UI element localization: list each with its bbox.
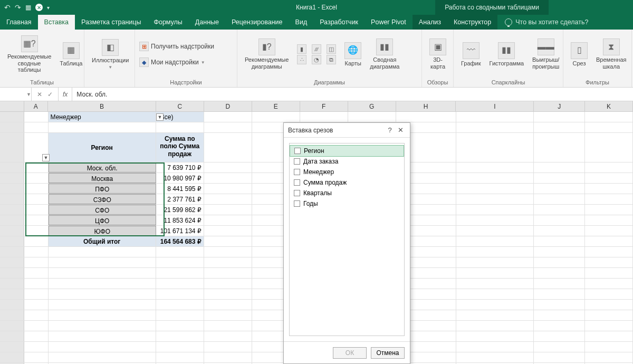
cell[interactable] <box>456 289 534 299</box>
cell[interactable] <box>156 279 204 289</box>
cell[interactable] <box>49 331 156 341</box>
slicer-field-item[interactable]: Сумма продаж <box>290 177 404 188</box>
cell[interactable] <box>456 194 534 204</box>
table-button[interactable]: ▦ Таблица <box>56 41 85 68</box>
cell[interactable]: ЮФО <box>49 226 156 236</box>
slicer-field-item[interactable]: Регион <box>290 145 404 157</box>
cell[interactable] <box>204 215 252 225</box>
cell[interactable] <box>204 194 252 204</box>
cell[interactable] <box>24 268 49 278</box>
cell[interactable]: ПФО <box>49 184 156 194</box>
cancel-icon[interactable]: ✕ <box>37 91 42 98</box>
tab-review[interactable]: Рецензирование <box>225 15 289 30</box>
cell[interactable] <box>204 279 252 289</box>
qat-customize-icon[interactable]: ▾ <box>47 5 50 11</box>
enter-icon[interactable]: ✓ <box>47 91 53 98</box>
cell[interactable] <box>534 268 585 278</box>
cell[interactable] <box>49 342 156 352</box>
cell[interactable] <box>456 205 534 215</box>
cell[interactable] <box>585 247 633 257</box>
cell[interactable] <box>24 226 49 236</box>
undo-icon[interactable]: ↶ <box>4 3 11 12</box>
cell[interactable] <box>534 215 585 225</box>
cell[interactable] <box>24 194 49 204</box>
scatter-chart-icon[interactable]: ∴ <box>297 55 306 64</box>
hierarchy-chart-icon[interactable]: ◫ <box>327 44 336 54</box>
my-addins-button[interactable]: ◆ Мои надстройки ▼ <box>139 56 205 68</box>
formula-input[interactable]: Моск. обл. <box>72 88 633 101</box>
cell[interactable] <box>204 247 252 257</box>
cell[interactable]: Общий итог <box>49 236 156 246</box>
tab-developer[interactable]: Разработчик <box>313 15 365 30</box>
timeline-button[interactable]: ⧗ Временная шкала <box>593 37 629 71</box>
cell[interactable] <box>204 257 252 267</box>
redo-icon[interactable]: ↷ <box>15 3 21 12</box>
cell[interactable] <box>534 184 585 194</box>
cell[interactable] <box>534 352 585 362</box>
cell[interactable]: Сумма по полю Сумма продаж <box>156 133 204 162</box>
line-chart-icon[interactable]: ⫻ <box>312 44 321 54</box>
cell[interactable] <box>456 300 534 310</box>
cell[interactable] <box>585 226 633 236</box>
cell[interactable] <box>24 247 49 257</box>
sparkline-column-button[interactable]: ▮▮ Гистограмма <box>486 41 528 68</box>
cell[interactable]: 101 671 134 ₽ <box>156 226 204 236</box>
cell[interactable] <box>24 257 49 267</box>
cell[interactable]: Москва <box>49 173 156 183</box>
cell[interactable] <box>204 300 252 310</box>
rowlabel-dropdown-icon[interactable]: ▼ <box>42 154 50 161</box>
qat-close-icon[interactable]: ✕ <box>35 4 43 11</box>
cell[interactable] <box>204 289 252 299</box>
cell[interactable] <box>585 122 633 132</box>
cell[interactable]: 21 599 862 ₽ <box>156 205 204 215</box>
cell[interactable]: Моск. обл. <box>49 162 156 173</box>
cell[interactable] <box>204 133 252 162</box>
cell[interactable] <box>534 173 585 183</box>
cell[interactable] <box>585 133 633 162</box>
cell[interactable] <box>534 226 585 236</box>
cell[interactable] <box>24 342 49 352</box>
cell[interactable] <box>49 321 156 331</box>
cell[interactable] <box>49 122 156 132</box>
cell[interactable] <box>24 215 49 225</box>
column-header[interactable]: B <box>48 101 156 111</box>
cell[interactable] <box>585 205 633 215</box>
cell[interactable] <box>456 226 534 236</box>
cell[interactable] <box>585 162 633 173</box>
slicer-field-item[interactable]: Годы <box>290 198 404 209</box>
cell[interactable] <box>156 321 204 331</box>
column-header[interactable]: K <box>585 101 633 111</box>
pie-chart-icon[interactable]: ◔ <box>312 55 321 64</box>
cell[interactable] <box>204 112 252 122</box>
checkbox-icon[interactable] <box>294 179 300 186</box>
cell[interactable] <box>24 279 49 289</box>
cell[interactable] <box>156 257 204 267</box>
cell[interactable] <box>348 112 396 122</box>
checkbox-icon[interactable] <box>294 148 301 154</box>
tab-home[interactable]: Главная <box>0 15 38 30</box>
cell[interactable] <box>456 236 534 246</box>
cell[interactable] <box>204 122 252 132</box>
cell[interactable] <box>534 331 585 341</box>
cell[interactable] <box>534 236 585 246</box>
cell[interactable] <box>24 321 49 331</box>
cell[interactable] <box>156 247 204 257</box>
cell[interactable] <box>534 122 585 132</box>
cell[interactable]: 10 980 997 ₽ <box>156 173 204 183</box>
cell[interactable] <box>24 112 49 122</box>
cell[interactable] <box>534 257 585 267</box>
cell[interactable] <box>456 173 534 183</box>
cell[interactable] <box>204 162 252 173</box>
cell[interactable] <box>456 279 534 289</box>
cell[interactable]: 8 441 595 ₽ <box>156 184 204 194</box>
cell[interactable] <box>156 300 204 310</box>
cell[interactable] <box>534 279 585 289</box>
cell[interactable] <box>456 112 534 122</box>
cell[interactable] <box>456 133 534 162</box>
cell[interactable] <box>456 215 534 225</box>
cell[interactable] <box>49 279 156 289</box>
cell[interactable] <box>156 352 204 362</box>
cell[interactable]: 164 564 683 ₽ <box>156 236 204 246</box>
cell[interactable] <box>456 247 534 257</box>
column-header[interactable]: I <box>456 101 534 111</box>
